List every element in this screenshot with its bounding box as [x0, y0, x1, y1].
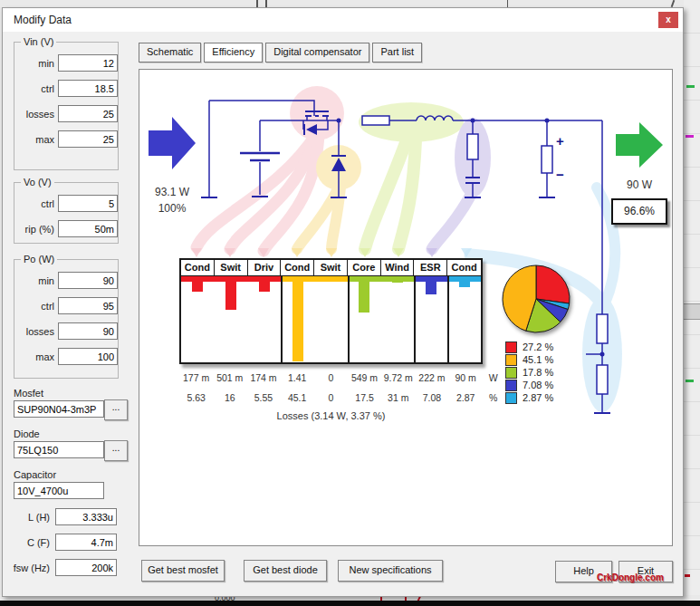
po-ctrl-label: ctrl [14, 301, 54, 312]
vin-ctrl-label: ctrl [14, 83, 54, 94]
mosfet-label: Mosfet [14, 388, 43, 399]
l-label: L (H) [3, 512, 50, 523]
fsw-label: fsw (Hz) [3, 563, 50, 573]
fsw-input[interactable] [55, 559, 117, 576]
po-min-input[interactable] [58, 272, 118, 289]
po-losses-label: losses [14, 326, 54, 337]
vin-losses-input[interactable] [58, 105, 118, 122]
vo-ctrl-input[interactable] [58, 195, 118, 212]
mosfet-browse-button[interactable]: ... [104, 399, 128, 420]
output-minus-sign: − [556, 167, 564, 182]
efficiency-value-box: 96.6% [611, 198, 667, 225]
diode-browse-button[interactable]: ... [104, 440, 128, 461]
close-button[interactable]: x [658, 12, 678, 28]
po-ctrl-input[interactable] [58, 297, 118, 314]
background-top-strip [0, 0, 700, 7]
po-group-title: Po (W) [21, 254, 57, 265]
window-title: Modify Data [14, 14, 72, 26]
input-power-label: 93.1 W [145, 186, 199, 198]
po-max-label: max [14, 351, 54, 362]
tab-part-list[interactable]: Part list [372, 43, 422, 63]
get-best-diode-button[interactable]: Get best diode [244, 560, 327, 582]
legend-item: 17.8 % [505, 366, 553, 379]
legend-item: 7.08 % [505, 379, 553, 391]
loss-bar [225, 282, 236, 310]
tab-bar: Schematic Efficiency Digital compensator… [139, 43, 422, 63]
tab-efficiency[interactable]: Efficiency [204, 43, 263, 63]
vin-min-label: min [14, 58, 54, 69]
vo-group: Vo (V) ctrl rip (%) [14, 182, 119, 244]
vin-ctrl-input[interactable] [58, 80, 118, 97]
po-max-input[interactable] [58, 348, 118, 365]
po-min-label: min [14, 275, 54, 286]
screen: 0.000 Modify Data x Vin (V) min ctrl los… [0, 0, 700, 606]
background-right-strip [684, 0, 700, 606]
pie-legend: 27.2 % 45.1 % 17.8 % 7.08 % 2.87 % [505, 341, 553, 404]
efficiency-panel: + − 93.1 W 100% 90 W 96.6% CondSwitDrivC… [139, 69, 673, 546]
vin-max-label: max [14, 134, 54, 145]
po-group: Po (W) min ctrl losses max [14, 259, 119, 379]
capacitor-input[interactable] [14, 482, 104, 499]
c-label: C (F) [3, 537, 50, 548]
legend-swatch-red [505, 341, 517, 353]
mosfet-input[interactable] [14, 400, 104, 418]
legend-swatch-green [505, 367, 517, 379]
background-black-bar [0, 601, 700, 606]
loss-bar [292, 282, 303, 361]
loss-pie-chart [500, 263, 572, 339]
loss-table: CondSwitDrivCondSwitCoreWindESRCond [179, 258, 483, 364]
crkdongle-watermark: CrkDongle.com [597, 572, 664, 582]
input-power-arrow-icon [149, 117, 196, 169]
input-percent-label: 100% [145, 202, 199, 215]
modify-data-dialog: Modify Data x Vin (V) min ctrl losses ma… [2, 7, 684, 597]
legend-item: 2.87 % [505, 391, 553, 404]
titlebar[interactable]: Modify Data x [3, 8, 683, 32]
vin-group: Vin (V) min ctrl losses max [14, 42, 119, 170]
po-losses-input[interactable] [58, 322, 118, 340]
tab-schematic[interactable]: Schematic [139, 43, 201, 63]
diode-input[interactable] [14, 441, 104, 458]
new-specifications-button[interactable]: New specifications [338, 560, 443, 582]
get-best-mosfet-button[interactable]: Get best mosfet [141, 560, 225, 582]
legend-swatch-blue [505, 380, 517, 391]
vin-losses-label: losses [14, 109, 54, 120]
loss-bar [259, 282, 270, 292]
vo-rip-label: rip (%) [14, 224, 54, 235]
tab-digital-compensator[interactable]: Digital compensator [265, 43, 369, 63]
loss-table-bars [181, 282, 481, 362]
output-power-arrow-icon [616, 122, 663, 168]
vo-ctrl-label: ctrl [14, 198, 54, 209]
vin-min-input[interactable] [58, 54, 118, 72]
loss-bar [192, 282, 203, 292]
loss-values-watts-row: 177 m501 m174 m1.410549 m9.72 m222 m90 m… [179, 372, 505, 383]
legend-swatch-yellow [505, 354, 517, 366]
legend-item: 27.2 % [505, 341, 553, 353]
vo-rip-input[interactable] [58, 220, 118, 237]
loss-bar [459, 282, 470, 287]
loss-bar [426, 282, 436, 294]
legend-swatch-cyan [505, 392, 517, 404]
output-plus-sign: + [556, 133, 564, 149]
vin-max-input[interactable] [58, 130, 118, 148]
loss-values-percent-row: 5.63165.5545.1017.531 m7.082.87% [179, 392, 505, 403]
loss-table-headers: CondSwitDrivCondSwitCoreWindESRCond [181, 260, 481, 276]
loss-bar [359, 282, 369, 313]
legend-item: 45.1 % [505, 353, 553, 366]
c-input[interactable] [55, 534, 117, 551]
l-input[interactable] [55, 508, 117, 525]
diode-label: Diode [14, 428, 40, 439]
output-power-label: 90 W [612, 178, 666, 191]
vin-group-title: Vin (V) [21, 36, 56, 47]
capacitor-label: Capacitor [14, 469, 56, 480]
vo-group-title: Vo (V) [21, 177, 54, 188]
losses-total-caption: Losses (3.14 W, 3.37 %) [179, 410, 483, 421]
